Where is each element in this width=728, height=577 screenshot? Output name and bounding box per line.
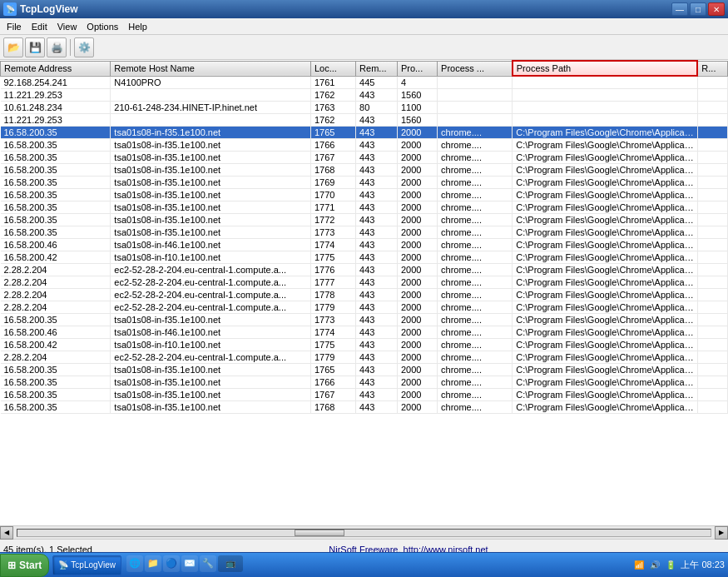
table-wrapper[interactable]: Remote Address Remote Host Name Loc... R… (0, 60, 728, 525)
horizontal-scrollbar[interactable]: ◀ ▶ (0, 525, 728, 539)
table-cell (697, 238, 727, 251)
scroll-left-arrow[interactable]: ◀ (0, 526, 13, 540)
taskbar-app-tcplogview[interactable]: 📡 TcpLogView (52, 555, 121, 575)
table-row[interactable]: 2.28.2.204ec2-52-28-2-204.eu-central-1.c… (1, 276, 728, 288)
table-row[interactable]: 16.58.200.35tsa01s08-in-f35.1e100.net177… (1, 213, 728, 226)
taskbar-ie-icon[interactable]: 🌐 (126, 555, 143, 572)
table-row[interactable]: 16.58.200.42tsa01s08-in-f10.1e100.net177… (1, 338, 728, 351)
table-cell: 1768 (310, 163, 355, 176)
scroll-thumb[interactable] (295, 530, 344, 536)
col-rem[interactable]: Rem... (356, 61, 398, 76)
scroll-track[interactable] (17, 529, 711, 537)
table-cell: 16.58.200.46 (1, 326, 111, 338)
tray-network-icon: 📶 (632, 559, 646, 572)
toolbar-settings[interactable]: ⚙️ (74, 37, 94, 57)
table-row[interactable]: 16.58.200.35tsa01s08-in-f35.1e100.net176… (1, 388, 728, 400)
toolbar-print[interactable]: 🖨️ (47, 37, 67, 57)
table-row[interactable]: 2.28.2.204ec2-52-28-2-204.eu-central-1.c… (1, 288, 728, 301)
table-cell: 2000 (397, 400, 437, 413)
table-cell: 1767 (310, 151, 355, 163)
table-cell (697, 301, 727, 313)
toolbar-save[interactable]: 💾 (25, 37, 45, 57)
table-cell: 443 (356, 351, 398, 363)
table-cell: chrome.... (438, 288, 513, 301)
table-row[interactable]: 2.28.2.204ec2-52-28-2-204.eu-central-1.c… (1, 263, 728, 276)
table-row[interactable]: 16.58.200.35tsa01s08-in-f35.1e100.net177… (1, 313, 728, 326)
menu-edit[interactable]: Edit (27, 20, 52, 33)
table-row[interactable]: 2.28.2.204ec2-52-28-2-204.eu-central-1.c… (1, 301, 728, 313)
table-row[interactable]: 11.221.29.25317624431560 (1, 113, 728, 126)
table-cell: 1767 (310, 388, 355, 400)
table-cell: chrome.... (438, 138, 513, 151)
table-cell: 2000 (397, 388, 437, 400)
table-cell: 2.28.2.204 (1, 351, 111, 363)
table-row[interactable]: 16.58.200.35tsa01s08-in-f35.1e100.net176… (1, 126, 728, 138)
table-row[interactable]: 2.28.2.204ec2-52-28-2-204.eu-central-1.c… (1, 351, 728, 363)
table-container[interactable]: Remote Address Remote Host Name Loc... R… (0, 60, 728, 525)
table-cell (697, 226, 727, 238)
col-process-path[interactable]: Process Path (513, 61, 698, 76)
table-row[interactable]: 16.58.200.35tsa01s08-in-f35.1e100.net176… (1, 363, 728, 376)
col-r[interactable]: R... (697, 61, 727, 76)
taskbar: ⊞ Start 📡 TcpLogView 🌐 📁 🔵 ✉️ 🔧 📺 📶 🔊 🔋 … (0, 552, 728, 577)
taskbar-folder-icon[interactable]: 📁 (145, 555, 161, 572)
table-cell: tsa01s08-in-f10.1e100.net (111, 338, 311, 351)
scroll-right-arrow[interactable]: ▶ (715, 526, 728, 540)
table-row[interactable]: 16.58.200.35tsa01s08-in-f35.1e100.net176… (1, 176, 728, 188)
minimize-button[interactable]: — (671, 2, 688, 16)
close-button[interactable]: ✕ (708, 2, 725, 16)
table-row[interactable]: 11.221.29.25317624431560 (1, 88, 728, 101)
table-cell: 443 (356, 400, 398, 413)
toolbar-open[interactable]: 📂 (3, 37, 23, 57)
table-row[interactable]: 16.58.200.35tsa01s08-in-f35.1e100.net176… (1, 151, 728, 163)
taskbar-monitor-icon[interactable]: 📺 (218, 555, 243, 572)
maximize-button[interactable]: □ (690, 2, 706, 16)
table-row[interactable]: 16.58.200.35tsa01s08-in-f35.1e100.net177… (1, 201, 728, 213)
table-cell: C:\Program Files\Google\Chrome\Applicati… (513, 263, 698, 276)
menu-view[interactable]: View (52, 20, 82, 33)
table-row[interactable]: 16.58.200.35tsa01s08-in-f35.1e100.net176… (1, 163, 728, 176)
table-row[interactable]: 16.58.200.35tsa01s08-in-f35.1e100.net176… (1, 400, 728, 413)
table-cell: chrome.... (438, 238, 513, 251)
table-cell: 1762 (310, 113, 355, 126)
start-button[interactable]: ⊞ Start (0, 554, 49, 577)
taskbar-mail-icon[interactable]: ✉️ (181, 555, 198, 572)
table-row[interactable]: 16.58.200.35tsa01s08-in-f35.1e100.net176… (1, 138, 728, 151)
taskbar-chrome-icon[interactable]: 🔵 (163, 555, 180, 572)
col-remote-address[interactable]: Remote Address (1, 61, 111, 76)
taskbar-app2-icon[interactable]: 🔧 (200, 555, 216, 572)
table-cell: chrome.... (438, 263, 513, 276)
table-cell: 16.58.200.35 (1, 176, 111, 188)
table-row[interactable]: 10.61.248.234210-61-248-234.HINET-IP.hin… (1, 101, 728, 113)
table-cell: tsa01s08-in-f10.1e100.net (111, 251, 311, 263)
col-remote-host[interactable]: Remote Host Name (111, 61, 311, 76)
table-cell: ec2-52-28-2-204.eu-central-1.compute.a..… (111, 301, 311, 313)
menu-help[interactable]: Help (123, 20, 152, 33)
table-row[interactable]: 16.58.200.42tsa01s08-in-f10.1e100.net177… (1, 251, 728, 263)
table-cell: 16.58.200.35 (1, 151, 111, 163)
table-cell (438, 88, 513, 101)
table-cell: C:\Program Files\Google\Chrome\Applicati… (513, 226, 698, 238)
table-cell (111, 88, 311, 101)
col-loc[interactable]: Loc... (310, 61, 355, 76)
table-cell: 443 (356, 251, 398, 263)
menu-file[interactable]: File (2, 20, 27, 33)
col-process[interactable]: Process ... (438, 61, 513, 76)
table-cell: 1775 (310, 251, 355, 263)
table-row[interactable]: 16.58.200.35tsa01s08-in-f35.1e100.net177… (1, 226, 728, 238)
table-row[interactable]: 16.58.200.46tsa01s08-in-f46.1e100.net177… (1, 326, 728, 338)
table-cell (697, 76, 727, 88)
table-row[interactable]: 92.168.254.241N4100PRO17614454 (1, 76, 728, 88)
table-cell: 1765 (310, 363, 355, 376)
col-pro[interactable]: Pro... (397, 61, 437, 76)
table-cell: 16.58.200.35 (1, 201, 111, 213)
table-row[interactable]: 16.58.200.46tsa01s08-in-f46.1e100.net177… (1, 238, 728, 251)
table-row[interactable]: 16.58.200.35tsa01s08-in-f35.1e100.net177… (1, 188, 728, 201)
table-cell: 16.58.200.35 (1, 226, 111, 238)
table-row[interactable]: 16.58.200.35tsa01s08-in-f35.1e100.net176… (1, 376, 728, 388)
menu-options[interactable]: Options (82, 20, 123, 33)
table-cell: 16.58.200.35 (1, 363, 111, 376)
table-cell: 443 (356, 176, 398, 188)
table-cell: 2.28.2.204 (1, 301, 111, 313)
table-cell: 16.58.200.42 (1, 251, 111, 263)
